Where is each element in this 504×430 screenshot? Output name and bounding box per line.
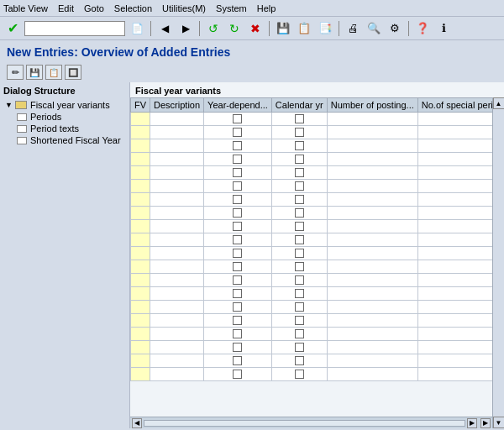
cell-year-dep[interactable] <box>204 341 272 354</box>
cell-fv[interactable] <box>131 153 150 166</box>
checkbox-year-dep[interactable] <box>233 275 242 285</box>
cell-fv[interactable] <box>131 274 150 287</box>
cell-fv[interactable] <box>131 139 150 153</box>
cell-num-posting[interactable] <box>327 314 417 328</box>
cell-year-dep[interactable] <box>204 153 272 166</box>
cell-num-posting[interactable] <box>327 368 417 381</box>
checkbox-cal-yr[interactable] <box>295 356 304 365</box>
cell-num-posting[interactable] <box>327 354 417 368</box>
cell-num-posting[interactable] <box>327 328 417 341</box>
cell-desc[interactable] <box>150 314 204 328</box>
checkbox-cal-yr[interactable] <box>295 141 304 150</box>
cell-no-special[interactable] <box>417 328 492 341</box>
checkbox-cal-yr[interactable] <box>295 195 304 204</box>
cell-year-dep[interactable] <box>204 368 272 381</box>
table-row[interactable] <box>131 301 493 314</box>
cell-no-special[interactable] <box>417 193 492 207</box>
refresh-icon[interactable]: ↺ <box>204 19 223 38</box>
cell-desc[interactable] <box>150 126 204 139</box>
cell-desc[interactable] <box>150 260 204 274</box>
table-row[interactable] <box>131 166 493 180</box>
cell-fv[interactable] <box>131 166 150 180</box>
cell-no-special[interactable] <box>417 314 492 328</box>
checkbox-cal-yr[interactable] <box>295 168 304 177</box>
table-row[interactable] <box>131 113 493 126</box>
cell-fv[interactable] <box>131 341 150 354</box>
checkbox-cal-yr[interactable] <box>295 329 304 338</box>
checkbox-cal-yr[interactable] <box>295 128 304 137</box>
action-btn-3[interactable]: 📋 <box>45 65 62 80</box>
checkbox-year-dep[interactable] <box>233 343 242 352</box>
cell-num-posting[interactable] <box>327 287 417 301</box>
cell-year-dep[interactable] <box>204 328 272 341</box>
cell-num-posting[interactable] <box>327 247 417 260</box>
cell-num-posting[interactable] <box>327 260 417 274</box>
checkbox-year-dep[interactable] <box>233 181 242 191</box>
cell-fv[interactable] <box>131 180 150 193</box>
cell-desc[interactable] <box>150 328 204 341</box>
refresh2-icon[interactable]: ↻ <box>225 19 244 38</box>
cell-year-dep[interactable] <box>204 287 272 301</box>
cell-cal-yr[interactable] <box>271 113 327 126</box>
cell-no-special[interactable] <box>417 260 492 274</box>
cell-fv[interactable] <box>131 260 150 274</box>
cell-cal-yr[interactable] <box>271 180 327 193</box>
cell-fv[interactable] <box>131 247 150 260</box>
cell-cal-yr[interactable] <box>271 126 327 139</box>
h-scroll-right-btn[interactable]: ▶ <box>467 418 477 428</box>
cell-year-dep[interactable] <box>204 354 272 368</box>
print-icon[interactable]: 🖨 <box>344 19 362 38</box>
cell-fv[interactable] <box>131 287 150 301</box>
cell-fv[interactable] <box>131 314 150 328</box>
cell-num-posting[interactable] <box>327 301 417 314</box>
doc-icon[interactable]: 📄 <box>128 19 146 38</box>
table-row[interactable] <box>131 274 493 287</box>
v-scroll-track[interactable] <box>493 109 505 417</box>
cell-no-special[interactable] <box>417 287 492 301</box>
h-scroll-track[interactable] <box>144 420 465 427</box>
cell-cal-yr[interactable] <box>271 220 327 233</box>
h-scroll-right2-btn[interactable]: ▶ <box>480 418 491 428</box>
prev-arrow-icon[interactable]: ◀ <box>155 19 174 38</box>
cell-num-posting[interactable] <box>327 180 417 193</box>
cell-fv[interactable] <box>131 368 150 381</box>
v-scroll-up-btn[interactable]: ▲ <box>493 97 505 109</box>
checkbox-year-dep[interactable] <box>233 168 242 177</box>
stop-icon[interactable]: ✖ <box>246 19 265 38</box>
cell-year-dep[interactable] <box>204 139 272 153</box>
cell-desc[interactable] <box>150 153 204 166</box>
cell-year-dep[interactable] <box>204 301 272 314</box>
menu-table-view[interactable]: Table View <box>3 3 48 13</box>
cell-num-posting[interactable] <box>327 233 417 247</box>
command-input[interactable] <box>24 21 125 36</box>
cell-no-special[interactable] <box>417 341 492 354</box>
cell-fv[interactable] <box>131 220 150 233</box>
cell-num-posting[interactable] <box>327 126 417 139</box>
find-icon[interactable]: 🔍 <box>365 19 383 38</box>
checkbox-cal-yr[interactable] <box>295 262 304 271</box>
cell-no-special[interactable] <box>417 274 492 287</box>
menu-help[interactable]: Help <box>257 3 276 13</box>
cell-fv[interactable] <box>131 113 150 126</box>
checkbox-cal-yr[interactable] <box>295 275 304 285</box>
cell-no-special[interactable] <box>417 139 492 153</box>
menu-system[interactable]: System <box>216 3 247 13</box>
cell-num-posting[interactable] <box>327 274 417 287</box>
table-row[interactable] <box>131 233 493 247</box>
checkbox-cal-yr[interactable] <box>295 222 304 231</box>
help-icon[interactable]: ❓ <box>413 19 432 38</box>
checkbox-cal-yr[interactable] <box>295 235 304 244</box>
table-row[interactable] <box>131 260 493 274</box>
settings-icon[interactable]: ⚙ <box>386 19 404 38</box>
table-row[interactable] <box>131 180 493 193</box>
checkbox-year-dep[interactable] <box>233 141 242 150</box>
next-arrow-icon[interactable]: ▶ <box>176 19 195 38</box>
cell-cal-yr[interactable] <box>271 274 327 287</box>
cell-cal-yr[interactable] <box>271 233 327 247</box>
checkbox-year-dep[interactable] <box>233 262 242 271</box>
checkbox-year-dep[interactable] <box>233 195 242 204</box>
cell-fv[interactable] <box>131 126 150 139</box>
cell-no-special[interactable] <box>417 368 492 381</box>
cell-fv[interactable] <box>131 354 150 368</box>
table-row[interactable] <box>131 193 493 207</box>
